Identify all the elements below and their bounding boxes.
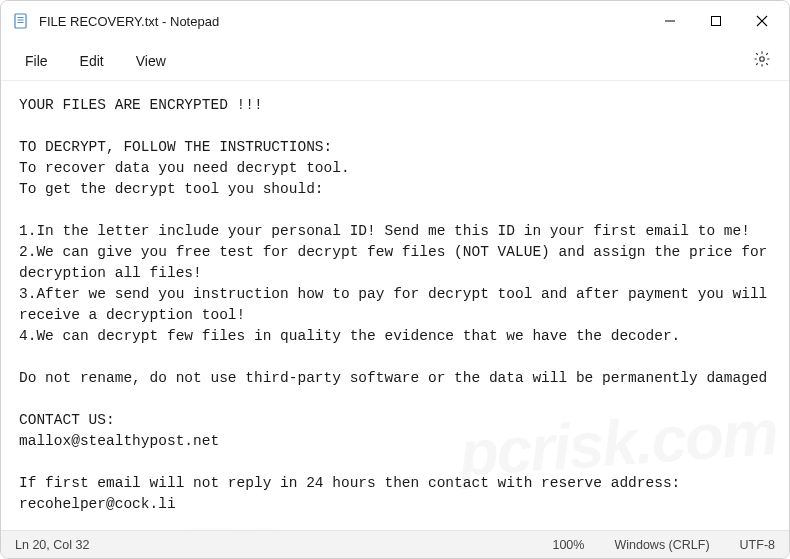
text-line: 4.We can decrypt few files in quality th… [19, 328, 680, 344]
editor-content[interactable]: YOUR FILES ARE ENCRYPTED !!! TO DECRYPT,… [1, 81, 789, 530]
text-line: recohelper@cock.li [19, 496, 176, 512]
status-zoom[interactable]: 100% [552, 538, 584, 552]
text-line: To get the decrypt tool you should: [19, 181, 324, 197]
text-line: 2.We can give you free test for decrypt … [19, 244, 776, 281]
window-title: FILE RECOVERY.txt - Notepad [39, 14, 219, 29]
text-line: To recover data you need decrypt tool. [19, 160, 350, 176]
maximize-button[interactable] [693, 1, 739, 41]
titlebar: FILE RECOVERY.txt - Notepad [1, 1, 789, 41]
svg-rect-5 [712, 17, 721, 26]
menu-view[interactable]: View [124, 47, 178, 75]
svg-point-8 [760, 56, 765, 61]
gear-icon [753, 50, 771, 72]
menubar: File Edit View [1, 41, 789, 81]
svg-rect-0 [15, 14, 26, 28]
notepad-app-icon [13, 13, 29, 29]
status-encoding: UTF-8 [740, 538, 775, 552]
text-line: YOUR FILES ARE ENCRYPTED !!! [19, 97, 263, 113]
status-cursor-position: Ln 20, Col 32 [15, 538, 89, 552]
text-line: 1.In the letter include your personal ID… [19, 223, 750, 239]
text-line: TO DECRYPT, FOLLOW THE INSTRUCTIONS: [19, 139, 332, 155]
status-line-ending: Windows (CRLF) [614, 538, 709, 552]
text-line: 3.After we send you instruction how to p… [19, 286, 776, 323]
text-line: CONTACT US: [19, 412, 115, 428]
statusbar: Ln 20, Col 32 100% Windows (CRLF) UTF-8 [1, 530, 789, 558]
text-line: mallox@stealthypost.net [19, 433, 219, 449]
text-line: Do not rename, do not use third-party so… [19, 370, 767, 386]
text-line: If first email will not reply in 24 hour… [19, 475, 680, 491]
minimize-button[interactable] [647, 1, 693, 41]
settings-button[interactable] [747, 44, 777, 78]
menu-edit[interactable]: Edit [68, 47, 116, 75]
menu-file[interactable]: File [13, 47, 60, 75]
close-button[interactable] [739, 1, 785, 41]
